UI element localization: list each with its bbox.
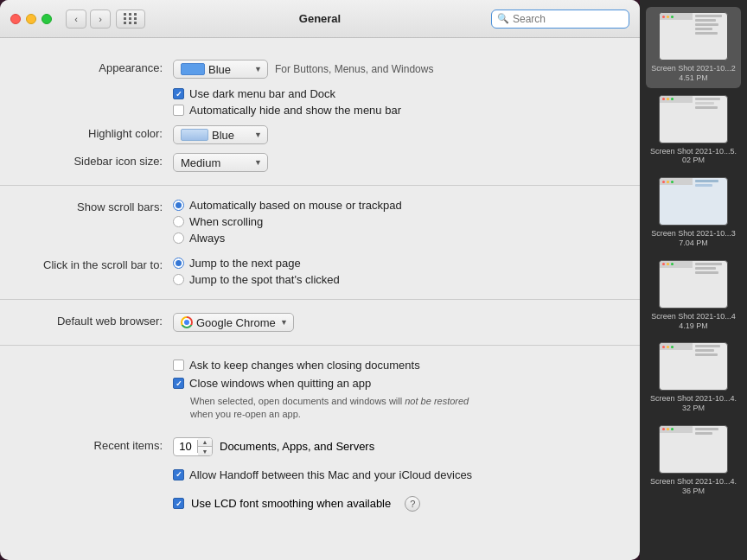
highlight-color-value: Blue (212, 129, 234, 142)
sidebar-label-1: Screen Shot 2021-10...5.02 PM (649, 147, 737, 166)
sidebar: Screen Shot 2021-10...24.51 PM Screen Sh… (640, 0, 747, 560)
ask-keep-label: Ask to keep changes when closing documen… (189, 359, 420, 372)
nav-buttons: ‹ › (66, 10, 111, 29)
scroll-bars-row: Show scroll bars: Automatically based on… (0, 194, 640, 249)
maximize-button[interactable] (42, 14, 52, 24)
appearance-description: For Buttons, Menus, and Windows (275, 63, 433, 75)
empty-label-1 (0, 87, 173, 89)
scroll-auto-label: Automatically based on mouse or trackpad (189, 199, 402, 212)
chevron-down-icon-2: ▼ (251, 130, 262, 139)
scroll-scrolling-radio[interactable] (173, 216, 184, 227)
scroll-bars-label: Show scroll bars: (0, 199, 173, 213)
browser-dropdown[interactable]: Google Chrome ▼ (173, 313, 294, 332)
thumb-4 (659, 342, 728, 391)
sidebar-icon-value: Medium (181, 156, 220, 169)
auto-hide-menu-label: Automatically hide and show the menu bar (189, 104, 401, 117)
dark-menu-controls: Use dark menu bar and Dock Automatically… (173, 87, 622, 117)
titlebar: ‹ › General 🔍 (0, 0, 640, 38)
scroll-always-radio[interactable] (173, 232, 184, 244)
scroll-bars-controls: Automatically based on mouse or trackpad… (173, 199, 622, 245)
chevron-down-icon: ▼ (251, 65, 262, 73)
recent-items-label: Recent items: (0, 437, 173, 452)
close-windows-note: When selected, open documents and window… (190, 395, 484, 422)
handoff-controls: Allow Handoff between this Mac and your … (173, 468, 622, 481)
sidebar-icon-label: Sidebar icon size: (0, 153, 173, 168)
forward-button[interactable]: › (90, 10, 111, 29)
sidebar-label-3: Screen Shot 2021-10...44.19 PM (649, 312, 737, 331)
appearance-dropdown[interactable]: Blue ▼ (173, 60, 268, 79)
recent-items-description: Documents, Apps, and Servers (220, 440, 374, 453)
ask-keep-controls: Ask to keep changes when closing documen… (173, 359, 622, 422)
lcd-controls: Use LCD font smoothing when available ? (173, 496, 622, 512)
window-title: General (299, 12, 341, 25)
sidebar-label-0: Screen Shot 2021-10...24.51 PM (649, 64, 737, 83)
sidebar-label-2: Screen Shot 2021-10...37.04 PM (649, 229, 737, 248)
recent-items-controls: 10 ▲ ▼ Documents, Apps, and Servers (173, 437, 622, 456)
appearance-value: Blue (208, 63, 231, 76)
thumb-0 (659, 12, 728, 60)
sidebar-item-1[interactable]: Screen Shot 2021-10...5.02 PM (646, 90, 741, 171)
traffic-lights (10, 14, 52, 24)
browser-row: Default web browser: Google Chrome ▼ (0, 309, 640, 336)
scroll-auto-radio[interactable] (173, 200, 184, 211)
minimize-button[interactable] (26, 14, 36, 24)
content-area: Appearance: Blue ▼ For Buttons, Menus, a… (0, 38, 640, 560)
browser-value: Google Chrome (196, 316, 276, 329)
click-scroll-row: Click in the scroll bar to: Jump to the … (0, 252, 640, 290)
stepper-up-button[interactable]: ▲ (198, 437, 212, 448)
search-box[interactable]: 🔍 (491, 10, 629, 29)
thumb-1 (659, 95, 728, 143)
close-windows-label: Close windows when quitting an app (189, 377, 371, 390)
dark-menu-checkbox[interactable] (173, 88, 184, 99)
appearance-row: Appearance: Blue ▼ For Buttons, Menus, a… (0, 55, 640, 83)
empty-label-4 (0, 496, 173, 498)
lcd-checkbox[interactable] (173, 498, 184, 509)
scroll-always-label: Always (189, 232, 225, 245)
dark-menu-label: Use dark menu bar and Dock (189, 87, 335, 100)
click-next-page-radio[interactable] (173, 258, 184, 269)
sidebar-icon-dropdown[interactable]: Medium ▼ (173, 153, 268, 172)
divider-2 (0, 299, 640, 300)
handoff-checkbox[interactable] (173, 469, 184, 480)
handoff-label: Allow Handoff between this Mac and your … (189, 468, 472, 481)
help-button[interactable]: ? (405, 496, 420, 512)
close-windows-checkbox[interactable] (173, 378, 184, 389)
highlight-color-dropdown[interactable]: Blue ▼ (173, 125, 268, 144)
sidebar-item-5[interactable]: Screen Shot 2021-10...4.36 PM (646, 420, 741, 501)
stepper-buttons: ▲ ▼ (198, 437, 212, 456)
thumb-5 (659, 425, 728, 474)
recent-items-row: Recent items: 10 ▲ ▼ Documents, Apps, an… (0, 433, 640, 461)
browser-controls: Google Chrome ▼ (173, 313, 622, 332)
click-scroll-controls: Jump to the next page Jump to the spot t… (173, 257, 622, 286)
stepper-down-button[interactable]: ▼ (198, 447, 212, 456)
sidebar-icon-controls: Medium ▼ (173, 153, 622, 172)
thumb-3 (659, 260, 728, 309)
search-input[interactable] (513, 13, 623, 25)
divider-1 (0, 185, 640, 186)
sidebar-label-4: Screen Shot 2021-10...4.32 PM (649, 394, 737, 413)
highlight-color-row: Highlight color: Blue ▼ (0, 121, 640, 149)
click-scroll-label: Click in the scroll bar to: (0, 257, 173, 271)
auto-hide-menu-checkbox[interactable] (173, 105, 184, 116)
sidebar-item-3[interactable]: Screen Shot 2021-10...44.19 PM (646, 255, 741, 336)
chevron-down-icon-3: ▼ (251, 158, 262, 167)
back-button[interactable]: ‹ (66, 10, 86, 29)
search-icon: 🔍 (497, 13, 509, 24)
click-spot-radio[interactable] (173, 274, 184, 285)
lcd-label: Use LCD font smoothing when available (191, 497, 391, 510)
ask-keep-checkbox[interactable] (173, 360, 184, 371)
chrome-icon (181, 316, 193, 328)
empty-label-3 (0, 468, 173, 470)
click-spot-label: Jump to the spot that's clicked (189, 273, 340, 286)
sidebar-item-2[interactable]: Screen Shot 2021-10...37.04 PM (646, 172, 741, 253)
sidebar-item-0[interactable]: Screen Shot 2021-10...24.51 PM (646, 7, 741, 88)
close-button[interactable] (10, 14, 21, 24)
recent-items-stepper[interactable]: 10 ▲ ▼ (173, 437, 213, 456)
grid-view-button[interactable] (116, 10, 145, 29)
appearance-label: Appearance: (0, 60, 173, 74)
sidebar-item-4[interactable]: Screen Shot 2021-10...4.32 PM (646, 337, 741, 418)
highlight-color-controls: Blue ▼ (173, 125, 622, 144)
settings-window: ‹ › General 🔍 Appearance: Blue (0, 0, 640, 560)
divider-3 (0, 345, 640, 346)
browser-label: Default web browser: (0, 313, 173, 328)
